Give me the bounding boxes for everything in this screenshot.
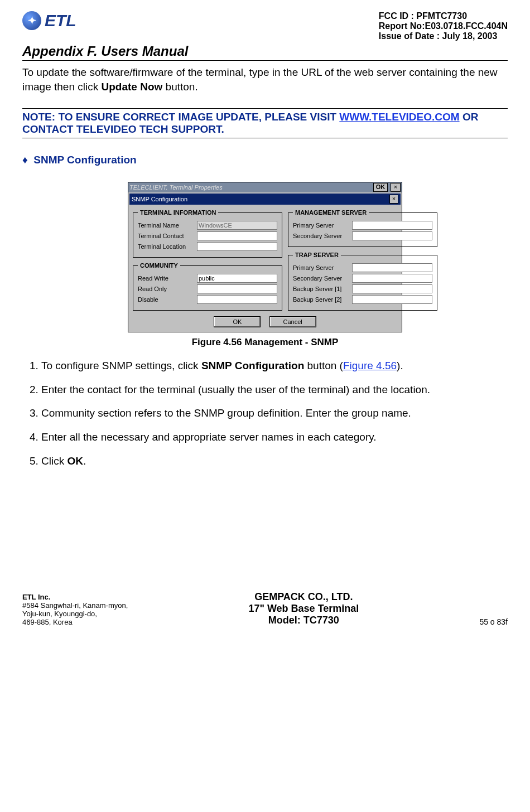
intro-pre: To update the software/firmware of the t… — [22, 66, 498, 93]
trap-primary-input[interactable] — [352, 263, 432, 272]
footer-addr2: Yoju-kun, Kyounggi-do, — [22, 610, 128, 618]
header-meta: FCC ID : PFMTC7730 Report No:E03.0718.FC… — [379, 11, 508, 41]
note-link[interactable]: WWW.TELEVIDEO.COM — [339, 111, 459, 123]
terminal-info-group: TERMINAL INFORMATION Terminal Name Termi… — [133, 209, 282, 258]
s5-pre: Click — [41, 455, 67, 467]
terminal-info-legend: TERMINAL INFORMATION — [138, 209, 218, 216]
snmp-dialog: TELECLIENT. Terminal Properties OK × SNM… — [128, 182, 402, 332]
parent-ok-button[interactable]: OK — [373, 183, 388, 192]
intro-bold: Update Now — [102, 81, 163, 93]
mgmt-primary-input[interactable] — [352, 221, 432, 230]
s1-post: ). — [397, 360, 403, 371]
parent-title: TELECLIENT. Terminal Properties — [129, 184, 223, 191]
read-write-label: Read Write — [138, 275, 194, 282]
parent-titlebar: TELECLIENT. Terminal Properties OK × — [128, 182, 402, 192]
mgmt-secondary-input[interactable] — [352, 231, 432, 240]
step-5: Click OK. — [41, 454, 508, 469]
community-legend: COMMUNITY — [138, 262, 180, 269]
read-only-label: Read Only — [138, 286, 194, 292]
trap-server-group: TRAP SERVER Primary Server Secondary Ser… — [288, 252, 437, 311]
trap-primary-label: Primary Server — [293, 264, 349, 271]
divider — [22, 60, 508, 61]
step-1: To configure SNMP settings, click SNMP C… — [41, 359, 508, 374]
mgmt-primary-label: Primary Server — [293, 222, 349, 229]
logo: ✦ ETL — [22, 11, 76, 30]
trap-backup1-label: Backup Server [1] — [293, 286, 349, 292]
note-block: NOTE: TO ENSURE CORRECT IMAGE UPDATE, PL… — [22, 108, 508, 138]
read-write-input[interactable] — [197, 274, 277, 283]
logo-text: ETL — [45, 11, 76, 30]
footer-left: ETL Inc. #584 Sangwhal-ri, Kanam-myon, Y… — [22, 593, 128, 626]
dialog-titlebar: SNMP Configuration × — [129, 194, 401, 205]
trap-secondary-input[interactable] — [352, 274, 432, 283]
parent-close-icon[interactable]: × — [391, 183, 401, 192]
mgmt-legend: MANAGEMENT SERVER — [293, 209, 369, 216]
intro-paragraph: To update the software/firmware of the t… — [22, 65, 508, 94]
mgmt-server-group: MANAGEMENT SERVER Primary Server Seconda… — [288, 209, 437, 247]
section-heading: ♦ SNMP Configuration — [22, 154, 508, 166]
page-footer: ETL Inc. #584 Sangwhal-ri, Kanam-myon, Y… — [22, 591, 508, 626]
s1-bold: SNMP Configuration — [201, 360, 304, 371]
trap-backup1-input[interactable] — [352, 284, 432, 293]
terminal-name-input — [197, 221, 277, 230]
disable-input[interactable] — [197, 295, 277, 304]
footer-center1: GEMPACK CO., LTD. — [248, 591, 359, 603]
report-no: Report No:E03.0718.FCC.404N — [379, 21, 508, 31]
dialog-title: SNMP Configuration — [132, 196, 187, 202]
fcc-id: FCC ID : PFMTC7730 — [379, 11, 508, 21]
terminal-location-label: Terminal Location — [138, 243, 194, 250]
diamond-icon: ♦ — [22, 154, 33, 166]
footer-center3: Model: TC7730 — [248, 615, 359, 626]
s5-post: . — [83, 455, 86, 467]
step-4: Enter all the necessary and appropriate … — [41, 430, 508, 445]
step-3: Community section refers to the SNMP gro… — [41, 406, 508, 421]
trap-backup2-input[interactable] — [352, 295, 432, 304]
section-title: SNMP Configuration — [33, 154, 136, 166]
terminal-contact-input[interactable] — [197, 231, 277, 240]
footer-addr3: 469-885, Korea — [22, 618, 128, 626]
terminal-contact-label: Terminal Contact — [138, 233, 194, 239]
read-only-input[interactable] — [197, 284, 277, 293]
s1-pre: To configure SNMP settings, click — [41, 360, 201, 371]
terminal-location-input[interactable] — [197, 242, 277, 251]
note-pre: NOTE: TO ENSURE CORRECT IMAGE UPDATE, PL… — [22, 111, 339, 123]
appendix-title: Appendix F. Users Manual — [22, 44, 508, 59]
steps-list: To configure SNMP settings, click SNMP C… — [22, 359, 508, 468]
trap-legend: TRAP SERVER — [293, 252, 341, 258]
community-group: COMMUNITY Read Write Read Only Disable — [133, 262, 282, 311]
footer-page-number: 55 o 83f — [479, 617, 508, 626]
footer-center: GEMPACK CO., LTD. 17" Web Base Terminal … — [248, 591, 359, 626]
intro-post: button. — [162, 81, 197, 93]
s5-bold: OK — [67, 455, 83, 467]
trap-secondary-label: Secondary Server — [293, 275, 349, 282]
figure-link[interactable]: Figure 4.56 — [343, 360, 397, 371]
issue-date: Issue of Date : July 18, 2003 — [379, 31, 508, 41]
cancel-button[interactable]: Cancel — [269, 316, 316, 327]
close-icon[interactable]: × — [389, 195, 398, 204]
mgmt-secondary-label: Secondary Server — [293, 233, 349, 239]
globe-icon: ✦ — [22, 11, 41, 30]
footer-center2: 17" Web Base Terminal — [248, 603, 359, 615]
trap-backup2-label: Backup Server [2] — [293, 296, 349, 303]
disable-label: Disable — [138, 296, 194, 303]
footer-company: ETL Inc. — [22, 593, 128, 601]
step-2: Enter the contact for the terminal (usua… — [41, 383, 508, 398]
s1-mid: button ( — [304, 360, 343, 371]
terminal-name-label: Terminal Name — [138, 222, 194, 229]
figure-caption: Figure 4.56 Management - SNMP — [22, 337, 508, 348]
footer-addr1: #584 Sangwhal-ri, Kanam-myon, — [22, 601, 128, 610]
ok-button[interactable]: OK — [214, 316, 261, 327]
